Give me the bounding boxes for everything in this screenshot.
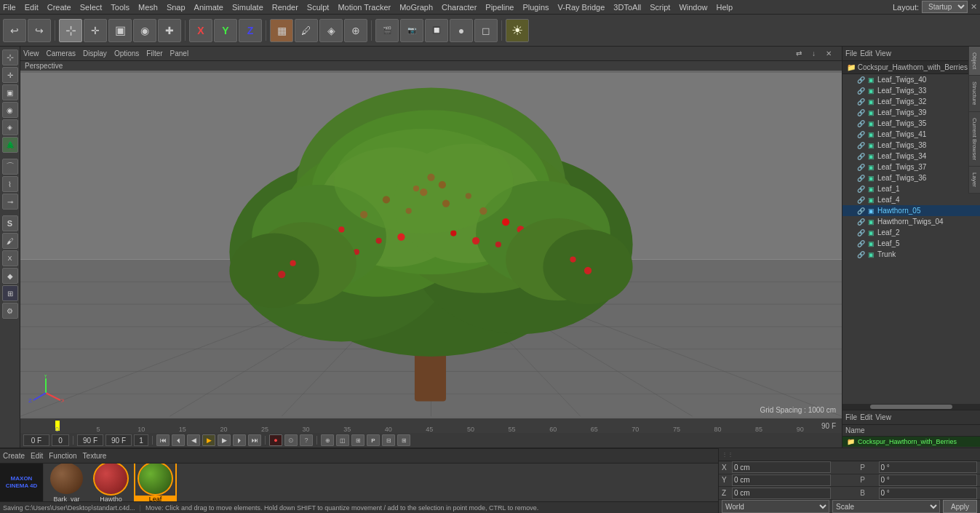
light-button[interactable]: ☀	[506, 19, 529, 42]
expand-btn[interactable]: ⊞	[397, 434, 410, 446]
mat-function[interactable]: Function	[49, 452, 76, 460]
left-paint-btn[interactable]: 🖌	[2, 233, 18, 249]
menu-select[interactable]: Select	[80, 3, 103, 12]
rotate-tool-button[interactable]: ◉	[133, 19, 156, 42]
apply-button[interactable]: Apply	[943, 500, 977, 513]
left-move-btn[interactable]: ✛	[2, 67, 18, 83]
coord-x-p-field[interactable]	[879, 461, 978, 473]
world-dropdown[interactable]: World	[722, 500, 829, 513]
mat-edit[interactable]: Edit	[31, 452, 43, 460]
main-viewport[interactable]: X Y Z Grid Spacing : 1000 cm	[20, 71, 842, 418]
x-axis-button[interactable]: X	[189, 19, 212, 42]
track-btn[interactable]: ⊞	[351, 434, 364, 446]
attr-selected-item[interactable]: 📁 Cockspur_Hawthorn_with_Berries	[842, 437, 980, 448]
y-axis-button[interactable]: Y	[214, 19, 237, 42]
left-poly-btn[interactable]: ◈	[2, 119, 18, 135]
select-tool-button[interactable]: ⊹	[59, 19, 82, 42]
menu-window[interactable]: Window	[679, 3, 707, 12]
menu-tools[interactable]: Tools	[111, 3, 130, 12]
create-button[interactable]: ✚	[158, 19, 181, 42]
redo-button[interactable]: ↪	[28, 19, 51, 42]
hierarchy-scroll[interactable]: 🔗 ▣ Leaf_Twigs_40 🔗 ▣ Leaf_Twigs_33 🔗 ▣ …	[842, 74, 980, 404]
scale-tool-button[interactable]: ▣	[108, 19, 132, 42]
mat-bark[interactable]: Bark_var	[47, 464, 87, 501]
hierarchy-item-leaf-twigs-41[interactable]: 🔗 ▣ Leaf_Twigs_41	[842, 129, 980, 140]
undo-button[interactable]: ↩	[3, 19, 26, 42]
menu-vray-bridge[interactable]: V-Ray Bridge	[558, 3, 605, 12]
tab-browser[interactable]: Current Browser	[968, 112, 980, 167]
left-rotate-btn[interactable]: ◉	[2, 102, 18, 118]
vp-tab-view[interactable]: View	[23, 49, 39, 57]
render-region-button[interactable]: ▦	[270, 19, 293, 42]
left-nurbs-btn[interactable]: ⌇	[2, 176, 18, 192]
layout-dropdown[interactable]: Startup	[922, 1, 968, 13]
attr-file[interactable]: File	[845, 413, 857, 421]
mat-leaf[interactable]: Leaf	[135, 464, 175, 501]
menu-mesh[interactable]: Mesh	[138, 3, 158, 12]
hierarchy-item-leaf-twigs-33[interactable]: 🔗 ▣ Leaf_Twigs_33	[842, 85, 980, 96]
coord-y-field[interactable]	[732, 474, 831, 486]
next-frame-button[interactable]: ▶	[218, 434, 231, 446]
hierarchy-item-leaf-twigs-36[interactable]: 🔗 ▣ Leaf_Twigs_36	[842, 172, 980, 183]
menu-edit[interactable]: Edit	[25, 3, 39, 12]
hierarchy-item-leaf-twigs-35[interactable]: 🔗 ▣ Leaf_Twigs_35	[842, 118, 980, 129]
coord-y-p-field[interactable]	[879, 474, 978, 486]
go-end-button[interactable]: ⏭	[248, 434, 261, 446]
paint-button[interactable]: 🖊	[295, 19, 318, 42]
menu-simulate[interactable]: Simulate	[232, 3, 263, 12]
menu-3dtoall[interactable]: 3DToAll	[613, 3, 641, 12]
close-icon[interactable]: ✕	[971, 2, 977, 12]
left-model-btn[interactable]: 🌲	[2, 137, 18, 153]
vp-icon-x[interactable]: ✕	[826, 49, 832, 57]
play-button[interactable]: ▶	[202, 434, 215, 446]
attr-edit[interactable]: Edit	[860, 413, 872, 421]
go-start-button[interactable]: ⏮	[156, 434, 170, 446]
tab-structure[interactable]: Structure	[968, 76, 980, 111]
fps-field[interactable]	[77, 434, 103, 446]
hierarchy-item-leaf-twigs-34[interactable]: 🔗 ▣ Leaf_Twigs_34	[842, 151, 980, 162]
menu-plugins[interactable]: Plugins	[522, 3, 549, 12]
vp-tab-filter[interactable]: Filter	[146, 49, 162, 57]
camera-button[interactable]: 📷	[400, 19, 423, 42]
vp-icon-arrows[interactable]: ⇄	[796, 49, 802, 57]
z-axis-button[interactable]: Z	[239, 19, 262, 42]
cube-button[interactable]: ◻	[474, 19, 498, 42]
menu-render[interactable]: Render	[272, 3, 298, 12]
tab-layer[interactable]: Layer	[968, 167, 980, 194]
grid-btn[interactable]: ⊟	[382, 434, 395, 446]
hierarchy-item-leaf-twigs-38[interactable]: 🔗 ▣ Leaf_Twigs_38	[842, 140, 980, 151]
menu-character[interactable]: Character	[442, 3, 477, 12]
left-curve-btn[interactable]: ⌒	[2, 159, 18, 175]
vp-tab-cameras[interactable]: Cameras	[47, 49, 76, 57]
scale-dropdown[interactable]: Scale	[832, 500, 940, 513]
left-grid-btn[interactable]: ⊞	[2, 285, 18, 301]
menu-help[interactable]: Help	[717, 3, 733, 12]
hierarchy-item-leaf-twigs-40[interactable]: 🔗 ▣ Leaf_Twigs_40	[842, 74, 980, 85]
vp-tab-options[interactable]: Options	[114, 49, 139, 57]
timeline-button[interactable]: 🎬	[375, 19, 399, 42]
left-geo-btn[interactable]: ◆	[2, 268, 18, 284]
coord-z-b-field[interactable]	[879, 488, 978, 499]
prev-key-button[interactable]: ⏴	[172, 434, 185, 446]
motion-btn[interactable]: ⊕	[321, 434, 334, 446]
left-deform-btn[interactable]: ⊸	[2, 194, 18, 210]
frame-start-field[interactable]	[23, 434, 49, 446]
move-tool-button[interactable]: ✛	[84, 19, 107, 42]
hier-view[interactable]: View	[875, 49, 891, 57]
p-btn[interactable]: P	[367, 434, 380, 446]
left-xpresso-btn[interactable]: X	[2, 250, 18, 266]
vp-icon-down[interactable]: ↓	[812, 49, 816, 57]
next-key-button[interactable]: ⏵	[233, 434, 246, 446]
hierarchy-item-leaf-1[interactable]: 🔗 ▣ Leaf_1	[842, 183, 980, 194]
mat-hawtho[interactable]: Hawtho	[91, 464, 131, 501]
menu-sculpt[interactable]: Sculpt	[307, 3, 330, 12]
coord-z-field[interactable]	[732, 488, 831, 499]
hier-edit[interactable]: Edit	[860, 49, 872, 57]
left-s-btn[interactable]: S	[2, 215, 18, 231]
tab-object[interactable]: Object	[968, 47, 980, 76]
shape1-button[interactable]: 🔲	[425, 19, 448, 42]
key-all-button[interactable]: ?	[300, 434, 313, 446]
hierarchy-item-hawthorn-05[interactable]: 🔗 ▣ Hawthorn_05	[842, 205, 980, 216]
hierarchy-item-leaf-twigs-32[interactable]: 🔗 ▣ Leaf_Twigs_32	[842, 96, 980, 107]
current-frame-field[interactable]	[52, 434, 69, 446]
